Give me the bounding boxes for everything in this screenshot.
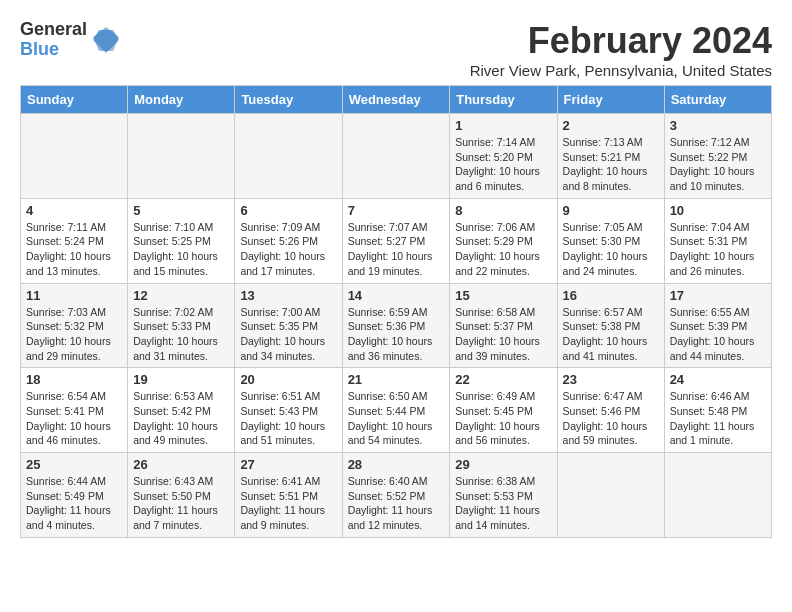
day-number: 27 [240, 457, 336, 472]
calendar-cell: 20Sunrise: 6:51 AM Sunset: 5:43 PM Dayli… [235, 368, 342, 453]
day-info: Sunrise: 6:44 AM Sunset: 5:49 PM Dayligh… [26, 474, 122, 533]
day-info: Sunrise: 6:57 AM Sunset: 5:38 PM Dayligh… [563, 305, 659, 364]
calendar-header-sunday: Sunday [21, 86, 128, 114]
calendar-cell: 11Sunrise: 7:03 AM Sunset: 5:32 PM Dayli… [21, 283, 128, 368]
calendar-table: SundayMondayTuesdayWednesdayThursdayFrid… [20, 85, 772, 538]
logo-icon [91, 25, 121, 55]
calendar-week-row: 18Sunrise: 6:54 AM Sunset: 5:41 PM Dayli… [21, 368, 772, 453]
day-number: 8 [455, 203, 551, 218]
svg-marker-1 [93, 27, 119, 51]
day-info: Sunrise: 6:59 AM Sunset: 5:36 PM Dayligh… [348, 305, 445, 364]
calendar-cell: 24Sunrise: 6:46 AM Sunset: 5:48 PM Dayli… [664, 368, 771, 453]
calendar-cell: 3Sunrise: 7:12 AM Sunset: 5:22 PM Daylig… [664, 114, 771, 199]
day-info: Sunrise: 6:49 AM Sunset: 5:45 PM Dayligh… [455, 389, 551, 448]
calendar-cell: 26Sunrise: 6:43 AM Sunset: 5:50 PM Dayli… [128, 453, 235, 538]
day-number: 20 [240, 372, 336, 387]
calendar-cell: 12Sunrise: 7:02 AM Sunset: 5:33 PM Dayli… [128, 283, 235, 368]
calendar-cell: 2Sunrise: 7:13 AM Sunset: 5:21 PM Daylig… [557, 114, 664, 199]
calendar-cell: 18Sunrise: 6:54 AM Sunset: 5:41 PM Dayli… [21, 368, 128, 453]
calendar-cell: 16Sunrise: 6:57 AM Sunset: 5:38 PM Dayli… [557, 283, 664, 368]
day-info: Sunrise: 6:51 AM Sunset: 5:43 PM Dayligh… [240, 389, 336, 448]
day-info: Sunrise: 6:50 AM Sunset: 5:44 PM Dayligh… [348, 389, 445, 448]
day-number: 15 [455, 288, 551, 303]
day-info: Sunrise: 7:05 AM Sunset: 5:30 PM Dayligh… [563, 220, 659, 279]
calendar-cell: 14Sunrise: 6:59 AM Sunset: 5:36 PM Dayli… [342, 283, 450, 368]
day-number: 10 [670, 203, 766, 218]
calendar-cell: 8Sunrise: 7:06 AM Sunset: 5:29 PM Daylig… [450, 198, 557, 283]
day-number: 2 [563, 118, 659, 133]
calendar-header-thursday: Thursday [450, 86, 557, 114]
day-number: 29 [455, 457, 551, 472]
day-number: 22 [455, 372, 551, 387]
day-number: 11 [26, 288, 122, 303]
calendar-header-friday: Friday [557, 86, 664, 114]
day-number: 26 [133, 457, 229, 472]
calendar-week-row: 4Sunrise: 7:11 AM Sunset: 5:24 PM Daylig… [21, 198, 772, 283]
day-info: Sunrise: 7:11 AM Sunset: 5:24 PM Dayligh… [26, 220, 122, 279]
calendar-cell: 10Sunrise: 7:04 AM Sunset: 5:31 PM Dayli… [664, 198, 771, 283]
calendar-cell: 27Sunrise: 6:41 AM Sunset: 5:51 PM Dayli… [235, 453, 342, 538]
day-number: 1 [455, 118, 551, 133]
day-number: 6 [240, 203, 336, 218]
day-number: 19 [133, 372, 229, 387]
calendar-cell [128, 114, 235, 199]
day-info: Sunrise: 7:02 AM Sunset: 5:33 PM Dayligh… [133, 305, 229, 364]
day-info: Sunrise: 6:54 AM Sunset: 5:41 PM Dayligh… [26, 389, 122, 448]
logo: General Blue [20, 20, 121, 60]
calendar-cell: 4Sunrise: 7:11 AM Sunset: 5:24 PM Daylig… [21, 198, 128, 283]
calendar-cell: 21Sunrise: 6:50 AM Sunset: 5:44 PM Dayli… [342, 368, 450, 453]
calendar-cell: 17Sunrise: 6:55 AM Sunset: 5:39 PM Dayli… [664, 283, 771, 368]
day-info: Sunrise: 6:58 AM Sunset: 5:37 PM Dayligh… [455, 305, 551, 364]
day-info: Sunrise: 7:14 AM Sunset: 5:20 PM Dayligh… [455, 135, 551, 194]
calendar-week-row: 25Sunrise: 6:44 AM Sunset: 5:49 PM Dayli… [21, 453, 772, 538]
day-info: Sunrise: 6:46 AM Sunset: 5:48 PM Dayligh… [670, 389, 766, 448]
calendar-week-row: 1Sunrise: 7:14 AM Sunset: 5:20 PM Daylig… [21, 114, 772, 199]
calendar-header-wednesday: Wednesday [342, 86, 450, 114]
day-number: 28 [348, 457, 445, 472]
day-info: Sunrise: 6:41 AM Sunset: 5:51 PM Dayligh… [240, 474, 336, 533]
calendar-cell [557, 453, 664, 538]
day-number: 7 [348, 203, 445, 218]
calendar-cell: 15Sunrise: 6:58 AM Sunset: 5:37 PM Dayli… [450, 283, 557, 368]
calendar-cell [21, 114, 128, 199]
day-number: 9 [563, 203, 659, 218]
day-info: Sunrise: 7:10 AM Sunset: 5:25 PM Dayligh… [133, 220, 229, 279]
calendar-cell: 23Sunrise: 6:47 AM Sunset: 5:46 PM Dayli… [557, 368, 664, 453]
day-info: Sunrise: 6:43 AM Sunset: 5:50 PM Dayligh… [133, 474, 229, 533]
main-title: February 2024 [470, 20, 772, 62]
day-number: 21 [348, 372, 445, 387]
day-number: 12 [133, 288, 229, 303]
day-number: 24 [670, 372, 766, 387]
calendar-cell [664, 453, 771, 538]
calendar-header-saturday: Saturday [664, 86, 771, 114]
day-number: 13 [240, 288, 336, 303]
calendar-cell: 5Sunrise: 7:10 AM Sunset: 5:25 PM Daylig… [128, 198, 235, 283]
day-info: Sunrise: 7:00 AM Sunset: 5:35 PM Dayligh… [240, 305, 336, 364]
calendar-cell: 6Sunrise: 7:09 AM Sunset: 5:26 PM Daylig… [235, 198, 342, 283]
calendar-cell: 22Sunrise: 6:49 AM Sunset: 5:45 PM Dayli… [450, 368, 557, 453]
day-info: Sunrise: 6:38 AM Sunset: 5:53 PM Dayligh… [455, 474, 551, 533]
day-info: Sunrise: 7:13 AM Sunset: 5:21 PM Dayligh… [563, 135, 659, 194]
calendar-cell: 7Sunrise: 7:07 AM Sunset: 5:27 PM Daylig… [342, 198, 450, 283]
day-info: Sunrise: 7:09 AM Sunset: 5:26 PM Dayligh… [240, 220, 336, 279]
day-number: 14 [348, 288, 445, 303]
day-number: 18 [26, 372, 122, 387]
day-number: 17 [670, 288, 766, 303]
day-number: 16 [563, 288, 659, 303]
day-info: Sunrise: 6:47 AM Sunset: 5:46 PM Dayligh… [563, 389, 659, 448]
calendar-cell: 25Sunrise: 6:44 AM Sunset: 5:49 PM Dayli… [21, 453, 128, 538]
day-info: Sunrise: 7:12 AM Sunset: 5:22 PM Dayligh… [670, 135, 766, 194]
calendar-cell: 9Sunrise: 7:05 AM Sunset: 5:30 PM Daylig… [557, 198, 664, 283]
calendar-header-tuesday: Tuesday [235, 86, 342, 114]
calendar-week-row: 11Sunrise: 7:03 AM Sunset: 5:32 PM Dayli… [21, 283, 772, 368]
calendar-cell: 19Sunrise: 6:53 AM Sunset: 5:42 PM Dayli… [128, 368, 235, 453]
day-number: 25 [26, 457, 122, 472]
calendar-cell [342, 114, 450, 199]
day-info: Sunrise: 7:06 AM Sunset: 5:29 PM Dayligh… [455, 220, 551, 279]
day-info: Sunrise: 6:53 AM Sunset: 5:42 PM Dayligh… [133, 389, 229, 448]
subtitle: River View Park, Pennsylvania, United St… [470, 62, 772, 79]
calendar-header-monday: Monday [128, 86, 235, 114]
day-info: Sunrise: 7:04 AM Sunset: 5:31 PM Dayligh… [670, 220, 766, 279]
day-number: 5 [133, 203, 229, 218]
calendar-cell [235, 114, 342, 199]
